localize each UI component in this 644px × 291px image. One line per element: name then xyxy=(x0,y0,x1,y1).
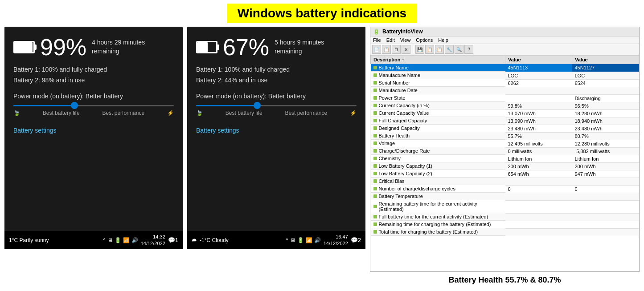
table-cell-value2: 18,280 mWh xyxy=(572,109,639,117)
table-row[interactable]: Current Capacity Value13,070 mWh18,280 m… xyxy=(371,109,639,117)
table-row[interactable]: Remaining battery time for the current a… xyxy=(371,200,639,213)
table-cell-value1: 0 milliwatts xyxy=(505,147,572,155)
table-cell-value2 xyxy=(572,200,639,213)
table-cell-value1: 23,480 mWh xyxy=(505,125,572,132)
table-cell-value2 xyxy=(572,228,639,236)
battery1-status-1: Battery 1: 100% and fully charged xyxy=(13,66,174,73)
table-cell-value2: LGC xyxy=(572,72,639,79)
table-cell-value1 xyxy=(505,200,572,213)
taskbar-clock-1: 14:32 14/12/2022 xyxy=(141,234,165,247)
row-icon xyxy=(373,73,377,77)
toolbar-btn-4[interactable]: ✕ xyxy=(402,45,410,54)
page-title: Windows battery indications xyxy=(238,6,406,20)
table-cell-value2 xyxy=(572,213,639,221)
slider-right-label-1: Best performance xyxy=(102,110,144,116)
toolbar-btn-1[interactable]: 📄 xyxy=(372,45,381,54)
battery1-status-2: Battery 1: 100% and fully charged xyxy=(196,66,357,73)
power-slider-2[interactable]: 🍃 Best battery life Best performance ⚡ xyxy=(196,105,357,116)
table-row[interactable]: Low Battery Capacity (2)654 mWh947 mWh xyxy=(371,170,639,178)
table-row[interactable]: Manufacture Date xyxy=(371,87,639,94)
table-row[interactable]: Critical Bias xyxy=(371,178,639,185)
table-row[interactable]: Battery Temperature xyxy=(371,193,639,200)
slider-bolt-icon-2: ⚡ xyxy=(350,110,357,116)
table-row[interactable]: Current Capacity (in %)99.8%96.5% xyxy=(371,102,639,109)
table-row[interactable]: Full battery time for the current activi… xyxy=(371,213,639,221)
row-icon xyxy=(373,172,377,175)
table-cell-value1 xyxy=(505,213,572,221)
row-icon xyxy=(373,205,377,208)
battery-percent-1: 99% xyxy=(40,36,86,59)
taskbar-msg-1: 💬1 xyxy=(168,237,178,243)
col-description[interactable]: Description ↑ xyxy=(371,56,505,64)
battery-settings-link-2[interactable]: Battery settings xyxy=(196,127,357,134)
table-row[interactable]: Voltage12,495 millivolts12,280 millivolt… xyxy=(371,140,639,147)
row-icon xyxy=(373,119,377,122)
weather-icon-2: 🌧 xyxy=(192,237,197,243)
table-cell-value1 xyxy=(505,193,572,200)
table-cell-value1: LGC xyxy=(505,72,572,79)
row-icon xyxy=(373,164,377,168)
col-value1[interactable]: Value xyxy=(505,56,572,64)
table-cell-description: Critical Bias xyxy=(371,178,505,185)
table-row[interactable]: Designed Capacity23,480 mWh23,480 mWh xyxy=(371,125,639,132)
battery-percent-2: 67% xyxy=(223,36,269,59)
toolbar-btn-3[interactable]: 🗒 xyxy=(392,45,401,54)
biv-menubar[interactable]: File Edit View Options Help xyxy=(370,36,639,44)
biv-table: Description ↑ Value Value Battery Name45… xyxy=(370,55,639,236)
table-row[interactable]: Battery Name45N111345N1127 xyxy=(371,64,639,72)
taskbar-msg-2: 💬2 xyxy=(351,237,361,243)
table-row[interactable]: Charge/Discharge Rate0 milliwatts-5,882 … xyxy=(371,147,639,155)
battery-icon-2 xyxy=(196,41,217,53)
table-cell-description: Total time for charging the battery (Est… xyxy=(371,228,505,236)
row-icon xyxy=(373,126,377,130)
col-value2[interactable]: Value xyxy=(572,56,639,64)
biv-table-container[interactable]: Description ↑ Value Value Battery Name45… xyxy=(370,55,639,271)
toolbar-btn-10[interactable]: ? xyxy=(464,45,473,54)
slider-right-label-2: Best performance xyxy=(285,110,327,116)
table-row[interactable]: Full Charged Capacity13,090 mWh18,940 mW… xyxy=(371,117,639,125)
table-row[interactable]: Total time for charging the battery (Est… xyxy=(371,228,639,236)
taskbar-icons-1: ^🖥🔋📶🔊 xyxy=(103,237,138,243)
table-row[interactable]: Power StateDischarging xyxy=(371,94,639,102)
table-cell-value2: 200 mWh xyxy=(572,162,639,170)
toolbar-btn-5[interactable]: 💾 xyxy=(415,45,424,54)
menu-options[interactable]: Options xyxy=(416,37,433,43)
battery-settings-link-1[interactable]: Battery settings xyxy=(13,127,174,134)
table-row[interactable]: Serial Number62626524 xyxy=(371,79,639,87)
battery-time-line1-1: 4 hours 29 minutes xyxy=(92,38,145,47)
toolbar-btn-8[interactable]: 🔧 xyxy=(445,45,454,54)
table-row[interactable]: Number of charge/discharge cycles00 xyxy=(371,185,639,193)
toolbar-btn-7[interactable]: 📋 xyxy=(435,45,444,54)
table-cell-value2 xyxy=(572,193,639,200)
row-icon xyxy=(373,230,377,234)
table-cell-value2: 947 mWh xyxy=(572,170,639,178)
menu-edit[interactable]: Edit xyxy=(386,37,395,43)
table-cell-value1: 13,070 mWh xyxy=(505,109,572,117)
toolbar-btn-9[interactable]: 🔍 xyxy=(455,45,464,54)
table-cell-value2 xyxy=(572,221,639,228)
table-cell-description: Battery Name xyxy=(371,64,505,72)
menu-file[interactable]: File xyxy=(373,37,381,43)
table-row[interactable]: Remaining time for charging the battery … xyxy=(371,221,639,228)
biv-app-icon: 🔋 xyxy=(373,28,380,35)
power-slider-1[interactable]: 🍃 Best battery life Best performance ⚡ xyxy=(13,105,174,116)
table-cell-description: Power State xyxy=(371,94,505,102)
table-row[interactable]: Low Battery Capacity (1)200 mWh200 mWh xyxy=(371,162,639,170)
toolbar-btn-2[interactable]: 📋 xyxy=(382,45,391,54)
table-cell-description: Number of charge/discharge cycles xyxy=(371,185,505,193)
table-row[interactable]: Battery Health55.7%80.7% xyxy=(371,132,639,140)
toolbar-sep-1 xyxy=(413,45,413,53)
table-row[interactable]: ChemistryLithium IonLithium Ion xyxy=(371,155,639,162)
menu-view[interactable]: View xyxy=(400,37,411,43)
toolbar-btn-6[interactable]: 📋 xyxy=(425,45,434,54)
row-icon xyxy=(373,141,377,145)
slider-left-label-1: Best battery life xyxy=(43,110,80,116)
taskbar-1: 1°C Partly sunny ^🖥🔋📶🔊 14:32 14/12/2022 … xyxy=(4,231,183,249)
biv-panel: 🔋 BatteryInfoView File Edit View Options… xyxy=(370,27,640,272)
table-cell-description: Low Battery Capacity (2) xyxy=(371,170,505,178)
table-cell-value2: 0 xyxy=(572,185,639,193)
table-cell-value2 xyxy=(572,87,639,94)
table-row[interactable]: Manufacture NameLGCLGC xyxy=(371,72,639,79)
table-cell-value2: Discharging xyxy=(572,94,639,102)
menu-help[interactable]: Help xyxy=(438,37,448,43)
